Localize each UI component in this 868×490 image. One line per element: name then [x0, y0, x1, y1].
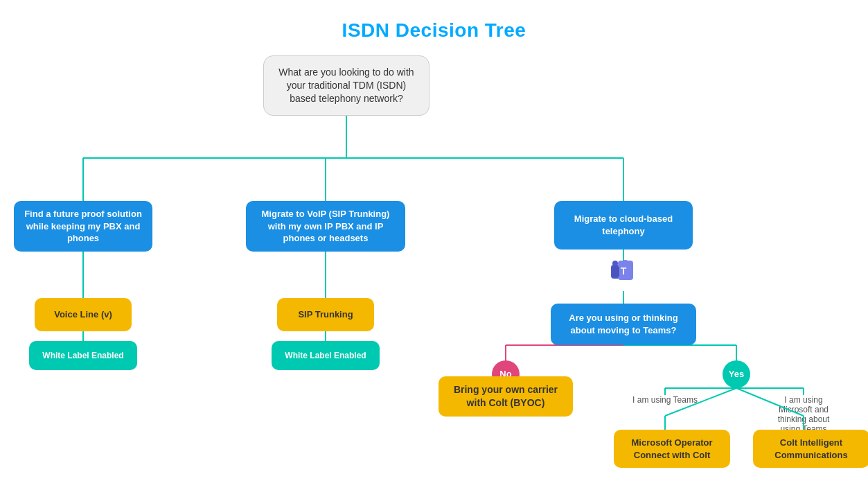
colt-intelligent-communications: Colt Intelligent Communications: [753, 430, 868, 468]
microsoft-operator-connect: Microsoft Operator Connect with Colt: [614, 430, 730, 468]
yes-circle: Yes: [723, 360, 750, 388]
branch1-white-label: White Label Enabled: [29, 341, 137, 370]
branch1-box: Find a future proof solution while keepi…: [14, 201, 152, 252]
teams-icon: T: [608, 255, 639, 291]
branch3-box: Migrate to cloud-based telephony: [554, 201, 693, 250]
yes-branch2-label: I am using Microsoft and thinking about …: [769, 395, 838, 434]
byoc-box: Bring your own carrier with Colt (BYOC): [439, 376, 573, 417]
branch2-box: Migrate to VoIP (SIP Trunking) with my o…: [246, 201, 405, 252]
page-title: ISDN Decision Tree: [0, 0, 868, 42]
branch3-teams-question: Are you using or thinking about moving t…: [551, 304, 696, 345]
branch1-voice-line: Voice Line (v): [35, 298, 132, 331]
branch2-sip-trunking: SIP Trunking: [277, 298, 374, 331]
svg-rect-24: [612, 266, 619, 277]
yes-branch1-label: I am using Teams: [630, 395, 700, 405]
root-question: What are you looking to do with your tra…: [263, 55, 429, 116]
svg-point-23: [612, 261, 618, 266]
svg-text:T: T: [621, 265, 627, 277]
branch2-white-label: White Label Enabled: [272, 341, 380, 370]
